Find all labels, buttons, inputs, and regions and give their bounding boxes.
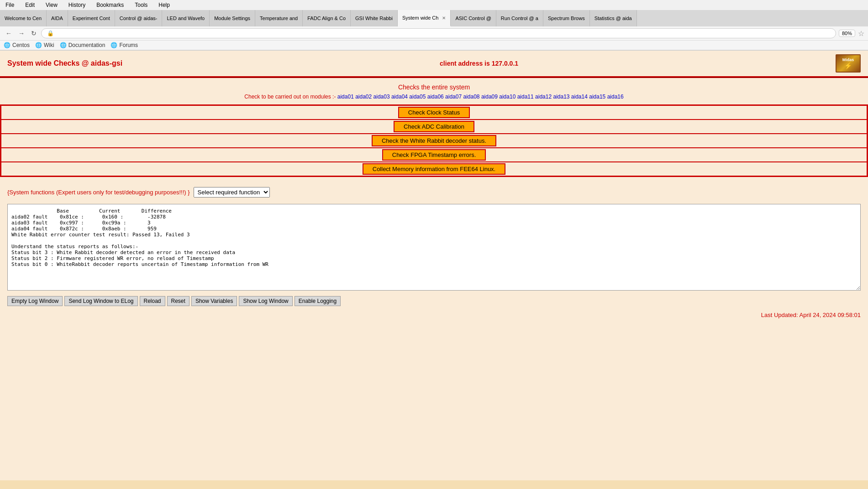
reset-button[interactable]: Reset [167,296,189,306]
page-header: System wide Checks @ aidas-gsi client ad… [0,51,868,77]
tab-asic[interactable]: ASIC Control @ [451,10,496,26]
forward-button[interactable]: → [16,29,26,38]
bookmark-centos[interactable]: 🌐 Centos [4,42,30,48]
menu-bar: File Edit View History Bookmarks Tools H… [0,0,868,10]
check-white-rabbit-button[interactable]: Check the White Rabbit decoder status. [372,135,496,146]
client-address: client address is 127.0.0.1 [440,60,518,67]
bookmark-wiki[interactable]: 🌐 Wiki [35,42,54,48]
tab-temperature[interactable]: Temperature and [255,10,303,26]
tab-spectrum[interactable]: Spectrum Brows [543,10,590,26]
tab-aida[interactable]: AIDA [47,10,68,26]
checks-section: Checks the entire system Check to be car… [0,78,868,182]
show-log-window-button[interactable]: Show Log Window [239,296,292,306]
enable-logging-button[interactable]: Enable Logging [295,296,341,306]
page-title: System wide Checks @ aidas-gsi [7,59,122,68]
back-button[interactable]: ← [4,29,14,38]
page-content: System wide Checks @ aidas-gsi client ad… [0,51,868,480]
address-bar: ← → ↻ 🔒 localhost:8015/AIDA/Check/Check.… [0,26,868,41]
tab-module[interactable]: Module Settings [210,10,255,26]
module-aida12[interactable]: aida12 [535,94,552,100]
globe-icon: 🌐 [4,42,11,48]
tab-led[interactable]: LED and Wavefo [162,10,210,26]
bottom-buttons: Empty Log Window Send Log Window to ELog… [0,292,868,310]
tab-close-icon[interactable]: ✕ [442,16,446,21]
tab-control[interactable]: Control @ aidas- [115,10,163,26]
send-log-elog-button[interactable]: Send Log Window to ELog [64,296,137,306]
bookmark-forums[interactable]: 🌐 Forums [110,42,138,48]
check-adc-calibration-button[interactable]: Check ADC Calibration [394,121,474,132]
last-updated: Last Updated: April 24, 2024 09:58:01 [0,310,868,320]
check-clock-status-button[interactable]: Check Clock Status [398,107,470,118]
menu-history[interactable]: History [67,1,87,9]
module-aida03[interactable]: aida03 [374,94,390,100]
url-input[interactable]: localhost:8015/AIDA/Check/Check.tml [57,30,830,36]
reload-button[interactable]: ↻ [29,29,38,38]
system-function-select[interactable]: Select required function [194,187,270,198]
check-buttons-container: Check Clock Status Check ADC Calibration… [0,104,868,177]
module-aida06[interactable]: aida06 [427,94,444,100]
modules-line: Check to be carried out on modules :- ai… [0,94,868,100]
url-bar[interactable]: 🔒 localhost:8015/AIDA/Check/Check.tml [41,28,836,38]
bookmark-documentation[interactable]: 🌐 Documentation [60,42,105,48]
module-aida09[interactable]: aida09 [481,94,498,100]
security-icon: 🔒 [47,30,54,36]
module-aida11[interactable]: aida11 [517,94,534,100]
check-btn-row-3: Check the White Rabbit decoder status. [1,134,867,148]
midas-logo: Midas ⚡ [836,54,861,73]
tab-welcome[interactable]: Welcome to Cen [0,10,47,26]
tabs-bar: Welcome to Cen AIDA Experiment Cont Cont… [0,10,868,26]
module-aida07[interactable]: aida07 [445,94,462,100]
bookmark-star-button[interactable]: ☆ [858,29,864,38]
menu-help[interactable]: Help [157,1,172,9]
module-aida05[interactable]: aida05 [409,94,426,100]
collect-memory-button[interactable]: Collect Memory information from FEE64 Li… [363,163,505,175]
globe-icon-2: 🌐 [35,42,42,48]
check-btn-row-4: Check FPGA Timestamp errors. [1,148,867,162]
module-aida02[interactable]: aida02 [355,94,372,100]
module-aida13[interactable]: aida13 [553,94,569,100]
globe-icon-4: 🌐 [110,42,117,48]
check-btn-row-2: Check ADC Calibration [1,120,867,134]
check-fpga-button[interactable]: Check FPGA Timestamp errors. [382,149,486,161]
zoom-level: 80% [839,30,855,37]
tab-system[interactable]: System wide Ch ✕ [398,10,451,26]
module-aida08[interactable]: aida08 [463,94,480,100]
menu-bookmarks[interactable]: Bookmarks [95,1,126,9]
show-variables-button[interactable]: Show Variables [191,296,237,306]
bookmarks-bar: 🌐 Centos 🌐 Wiki 🌐 Documentation 🌐 Forums [0,41,868,50]
menu-edit[interactable]: Edit [23,1,37,9]
system-functions-label: {System functions (Expert users only for… [7,189,190,196]
check-btn-row-5: Collect Memory information from FEE64 Li… [1,162,867,176]
menu-file[interactable]: File [4,1,16,9]
module-aida16[interactable]: aida16 [607,94,624,100]
reload-button-bottom[interactable]: Reload [140,296,165,306]
log-window[interactable]: Base Current Difference aida02 fault 0x8… [7,204,861,291]
tab-experiment[interactable]: Experiment Cont [68,10,115,26]
tab-gsi[interactable]: GSI White Rabbi [351,10,398,26]
checks-title: Checks the entire system [0,83,868,91]
module-aida04[interactable]: aida04 [391,94,408,100]
logo: Midas ⚡ [836,54,861,73]
empty-log-window-button[interactable]: Empty Log Window [7,296,63,306]
system-functions-section: {System functions (Expert users only for… [0,182,868,202]
module-aida14[interactable]: aida14 [571,94,588,100]
tab-fadc[interactable]: FADC Align & Co [303,10,351,26]
tab-statistics[interactable]: Statistics @ aida [590,10,637,26]
menu-view[interactable]: View [44,1,59,9]
globe-icon-3: 🌐 [60,42,67,48]
module-aida01[interactable]: aida01 [337,94,354,100]
menu-tools[interactable]: Tools [133,1,149,9]
log-content: Base Current Difference aida02 fault 0x8… [11,208,857,267]
module-aida15[interactable]: aida15 [589,94,605,100]
tab-run[interactable]: Run Control @ a [496,10,543,26]
check-btn-row-1: Check Clock Status [1,105,867,120]
module-aida10[interactable]: aida10 [499,94,516,100]
